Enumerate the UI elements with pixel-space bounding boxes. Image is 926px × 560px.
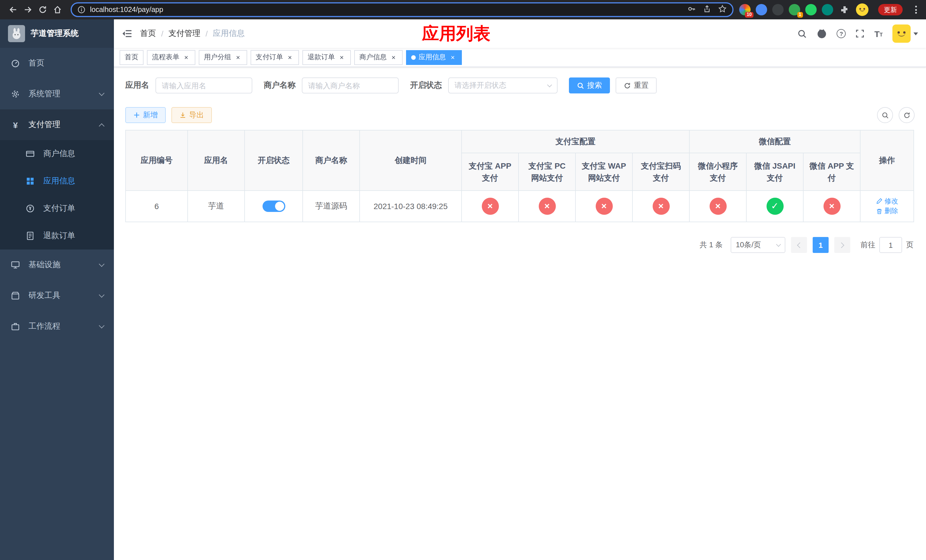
sidebar-item-refund-order[interactable]: 退款订单 (0, 222, 114, 250)
breadcrumb-item[interactable]: 首页 (140, 29, 156, 39)
bookmark-star-icon[interactable] (718, 5, 727, 15)
edit-link[interactable]: 修改 (876, 196, 898, 206)
close-icon[interactable] (182, 53, 190, 61)
sidebar-item-app-info[interactable]: 应用信息 (0, 168, 114, 195)
tab-merchant-info[interactable]: 商户信息 (354, 50, 402, 65)
cross-status-icon: × (481, 198, 499, 215)
sidebar-collapse-icon[interactable] (122, 29, 132, 39)
status-toggle[interactable] (262, 201, 285, 212)
extension-icon[interactable] (756, 4, 767, 15)
page-size-select[interactable]: 10条/页 (731, 237, 785, 253)
tab-pay-order[interactable]: 支付订单 (251, 50, 299, 65)
extension-icon[interactable] (805, 4, 817, 15)
url-text[interactable]: localhost:1024/pay/app (90, 6, 683, 14)
next-page-button[interactable] (834, 237, 850, 253)
extension-icon[interactable]: 1 (789, 4, 800, 15)
chevron-down-icon (547, 82, 552, 87)
browser-menu-icon[interactable] (911, 3, 920, 16)
export-button[interactable]: 导出 (171, 107, 212, 123)
fullscreen-icon[interactable] (856, 29, 865, 38)
sidebar-item-home[interactable]: 首页 (0, 48, 114, 79)
github-icon[interactable] (817, 29, 827, 39)
toggle-search-button[interactable] (877, 107, 893, 123)
col-app-id: 应用编号 (126, 130, 188, 191)
share-icon[interactable] (703, 5, 711, 15)
select-placeholder: 请选择开启状态 (454, 80, 506, 91)
table-toolbar: 新增 导出 (125, 107, 915, 123)
close-icon[interactable] (449, 53, 457, 61)
sidebar-item-system[interactable]: 系统管理 (0, 79, 114, 109)
col-group-wechat: 微信配置 (689, 130, 860, 153)
search-button-label: 搜索 (587, 80, 602, 91)
sidebar-item-dev-tools[interactable]: 研发工具 (0, 280, 114, 311)
tab-app-info[interactable]: 应用信息 (406, 50, 462, 65)
font-size-icon[interactable] (875, 29, 883, 38)
header-search-icon[interactable] (797, 29, 807, 38)
sidebar-item-payment[interactable]: ¥ 支付管理 (0, 109, 114, 140)
delete-link-label: 删除 (884, 206, 898, 216)
cell-status (245, 191, 303, 222)
goto-page-input[interactable] (879, 237, 902, 253)
browser-refresh-icon[interactable] (35, 2, 50, 17)
close-icon[interactable] (338, 53, 346, 61)
sidebar-item-label: 退款订单 (43, 231, 104, 241)
prev-page-button[interactable] (791, 237, 807, 253)
help-icon[interactable] (837, 29, 846, 38)
sidebar-logo[interactable]: 芋道管理系统 (0, 20, 114, 48)
sidebar-item-infrastructure[interactable]: 基础设施 (0, 250, 114, 280)
extension-icon[interactable] (822, 4, 833, 15)
tab-home[interactable]: 首页 (120, 50, 144, 65)
site-info-icon[interactable] (77, 6, 85, 14)
breadcrumb-item[interactable]: 支付管理 (169, 29, 200, 39)
browser-home-icon[interactable] (50, 2, 65, 17)
pay-order-icon (25, 204, 35, 213)
sidebar-item-label: 应用信息 (43, 176, 104, 186)
page-number-button[interactable]: 1 (813, 237, 829, 253)
delete-link[interactable]: 删除 (876, 206, 898, 216)
tab-user-group[interactable]: 用户分组 (199, 50, 247, 65)
extension-icon[interactable] (772, 4, 784, 15)
extensions-puzzle-icon[interactable] (838, 3, 851, 16)
cross-status-icon: × (652, 198, 669, 215)
page-unit-label: 页 (906, 240, 914, 250)
main-area: 首页 / 支付管理 / 应用信息 应用列表 (114, 20, 926, 560)
tab-refund-order[interactable]: 退款订单 (303, 50, 351, 65)
browser-update-button[interactable]: 更新 (878, 4, 903, 15)
browser-back-icon[interactable] (6, 2, 21, 17)
chevron-down-icon (99, 90, 104, 96)
sidebar: 芋道管理系统 首页 系统管理 ¥ 支付管理 (0, 20, 114, 560)
app-name-input[interactable] (156, 77, 252, 94)
credit-card-icon (25, 149, 35, 158)
sidebar-item-merchant-info[interactable]: 商户信息 (0, 140, 114, 168)
password-key-icon[interactable] (687, 5, 696, 15)
sidebar-item-pay-order[interactable]: 支付订单 (0, 195, 114, 222)
cell-alipay-app: × (461, 191, 519, 222)
tab-label: 商户信息 (359, 52, 387, 62)
search-button[interactable]: 搜索 (569, 77, 610, 94)
merchant-name-input[interactable] (302, 77, 399, 94)
table-row: 6 芋道 芋道源码 2021-10-23 08:49:25 × × × × × (126, 191, 914, 222)
sidebar-item-workflow[interactable]: 工作流程 (0, 311, 114, 342)
add-button[interactable]: 新增 (125, 107, 166, 123)
browser-profile-avatar[interactable] (856, 3, 869, 16)
cross-status-icon: × (823, 198, 840, 215)
reset-button[interactable]: 重置 (616, 77, 657, 94)
tab-label: 用户分组 (204, 52, 231, 62)
close-icon[interactable] (390, 53, 398, 61)
status-select[interactable]: 请选择开启状态 (448, 77, 558, 94)
address-bar[interactable]: localhost:1024/pay/app (71, 2, 734, 17)
tab-process-form[interactable]: 流程表单 (147, 50, 195, 65)
browser-forward-icon[interactable] (21, 2, 35, 17)
user-avatar[interactable] (893, 24, 918, 43)
app-name-label: 应用名 (125, 80, 149, 91)
col-alipay-qr: 支付宝扫码支付 (632, 153, 689, 191)
tags-view-bar: 首页 流程表单 用户分组 支付订单 退款订单 (114, 48, 926, 67)
extension-icon[interactable]: 10 (739, 4, 750, 15)
extension-badge: 1 (797, 12, 803, 18)
sidebar-item-label: 系统管理 (29, 89, 100, 99)
refresh-table-button[interactable] (899, 107, 915, 123)
close-icon[interactable] (234, 53, 242, 61)
cell-actions: 修改 删除 (860, 191, 914, 222)
breadcrumb-separator: / (161, 29, 163, 38)
close-icon[interactable] (286, 53, 294, 61)
